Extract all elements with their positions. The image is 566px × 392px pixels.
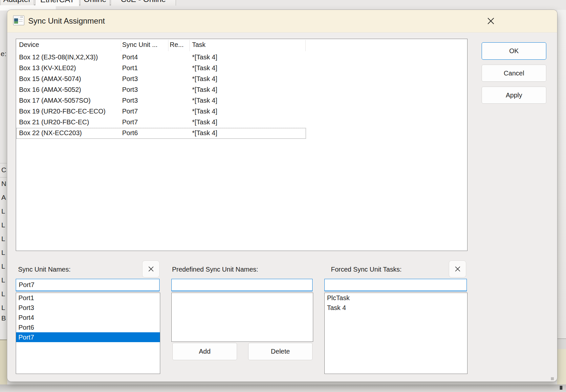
cell-sync-unit: Port4 [122,53,138,61]
column-header-device[interactable]: Device [19,41,39,49]
table-row[interactable]: Box 21 (UR20-FBC-EC) Port7 *[Task 4] [16,117,467,128]
cell-sync-unit: Port3 [122,97,138,104]
background-band-right [557,339,566,349]
forced-sync-unit-tasks-list[interactable]: PlcTask Task 4 [324,293,468,374]
clear-forced-task-icon[interactable] [449,260,466,278]
cell-task: *[Task 4] [192,64,217,72]
screen: Adapter EtherCAT Online CoE - Online e: … [0,0,566,392]
cell-device: Box 12 (EJS-08(IN,X2,X3)) [19,53,98,61]
dialog-title: Sync Unit Assignment [28,10,105,32]
background-clipped-label: L [1,249,8,257]
list-item[interactable]: Port1 [16,293,160,303]
column-divider[interactable] [121,40,121,51]
device-sync-unit-table[interactable]: Device Sync Unit ... Re... Task Box 12 (… [16,39,468,251]
background-clipped-label: B [1,314,8,322]
list-item[interactable]: PlcTask [325,293,467,303]
cell-sync-unit: Port7 [122,118,138,126]
cell-device: Box 13 (KV-XLE02) [19,64,76,72]
tab-adapter[interactable]: Adapter [0,0,34,6]
add-button[interactable]: Add [172,343,237,360]
cell-task: *[Task 4] [192,108,217,115]
table-row[interactable]: Box 12 (EJS-08(IN,X2,X3)) Port4 *[Task 4… [16,52,467,63]
tab-online-label: Online [84,0,106,4]
cell-device: Box 16 (AMAX-5052) [19,86,81,93]
cell-device: Box 15 (AMAX-5074) [19,75,81,83]
cell-sync-unit: Port7 [122,108,138,115]
table-row[interactable]: Box 15 (AMAX-5074) Port3 *[Task 4] [16,74,467,85]
tab-coe-online[interactable]: CoE - Online [111,0,176,6]
clear-sync-unit-name-icon[interactable] [142,260,160,278]
background-clipped-label: A [1,194,8,201]
background-clipped-label: L [1,304,8,312]
list-item[interactable]: Port4 [16,313,160,322]
table-row-focused[interactable]: Box 22 (NX-ECC203) Port6 *[Task 4] [16,128,467,139]
table-row[interactable]: Box 19 (UR20-FBC-EC-ECO) Port7 *[Task 4] [16,106,467,117]
apply-button[interactable]: Apply [482,87,546,104]
cancel-button[interactable]: Cancel [482,65,546,82]
sync-unit-assignment-dialog: Sync Unit Assignment Device Sync Unit ..… [7,10,557,382]
cell-task: *[Task 4] [192,118,217,126]
cell-device: Box 19 (UR20-FBC-EC-ECO) [19,108,105,115]
close-icon[interactable] [483,14,498,28]
table-row[interactable]: Box 13 (KV-XLE02) Port1 *[Task 4] [16,63,467,74]
background-clipped-label: e: [1,50,7,58]
cell-device: Box 22 (NX-ECC203) [19,129,82,137]
forced-task-input[interactable] [324,279,467,291]
cell-sync-unit: Port3 [122,75,138,83]
cell-task: *[Task 4] [192,75,217,83]
cell-task: *[Task 4] [192,97,217,104]
list-item[interactable]: Port6 [16,322,160,332]
sync-unit-names-list[interactable]: Port1 Port3 Port4 Port6 Port7 [16,293,160,374]
background-clipped-label: L [1,262,8,270]
cell-sync-unit: Port1 [122,64,138,72]
cell-sync-unit: Port6 [122,129,138,137]
background-beige-right [557,349,566,385]
background-clipped-label: L [1,276,8,284]
column-divider[interactable] [168,40,168,51]
cell-device: Box 17 (AMAX-5057SO) [19,97,91,104]
background-text-fragment [560,386,562,390]
background-clipped-label: L [1,290,8,298]
background-bottom-strip [0,384,566,392]
cell-task: *[Task 4] [192,86,217,93]
list-item[interactable]: Task 4 [325,303,467,313]
background-clipped-label: L [1,207,8,215]
cell-device: Box 21 (UR20-FBC-EC) [19,118,89,126]
forced-sync-unit-tasks-label: Forced Sync Unit Tasks: [331,264,402,274]
cell-task: *[Task 4] [192,129,217,137]
predefined-name-input[interactable] [171,279,313,291]
background-tab-bar: Adapter EtherCAT Online CoE - Online [0,0,566,5]
column-divider[interactable] [305,40,306,51]
table-header: Device Sync Unit ... Re... Task [16,39,467,52]
sync-unit-name-input[interactable] [16,279,160,291]
tab-online[interactable]: Online [80,0,110,6]
predefined-sync-unit-names-list[interactable] [171,293,313,342]
ok-button[interactable]: OK [482,42,546,60]
list-item-selected[interactable]: Port7 [16,332,160,342]
column-header-repeat[interactable]: Re... [170,41,184,49]
cell-task: *[Task 4] [192,53,217,61]
dialog-icon [13,15,24,25]
sync-unit-names-label: Sync Unit Names: [18,264,71,274]
background-clipped-label: N [1,180,8,188]
background-panel-right [557,10,566,339]
background-clipped-label: C [1,166,8,174]
background-clipped-label: L [1,221,8,229]
background-groupbox-edge [0,177,7,177]
table-row[interactable]: Box 17 (AMAX-5057SO) Port3 *[Task 4] [16,95,467,106]
column-divider[interactable] [189,40,190,51]
column-header-task[interactable]: Task [192,41,206,49]
predefined-sync-unit-names-label: Predefined Sync Unit Names: [172,264,258,274]
resize-grip[interactable] [551,377,554,380]
delete-button[interactable]: Delete [248,343,313,360]
column-header-sync-unit[interactable]: Sync Unit ... [122,41,158,49]
cell-sync-unit: Port3 [122,86,138,93]
background-panel-left [0,340,7,385]
tab-adapter-label: Adapter [3,0,31,4]
background-clipped-label: L [1,235,8,243]
table-row[interactable]: Box 16 (AMAX-5052) Port3 *[Task 4] [16,85,467,95]
dialog-titlebar: Sync Unit Assignment [7,10,557,32]
list-item[interactable]: Port3 [16,303,160,313]
background-groupbox-edge [0,163,7,163]
tab-coe-online-label: CoE - Online [121,0,166,4]
